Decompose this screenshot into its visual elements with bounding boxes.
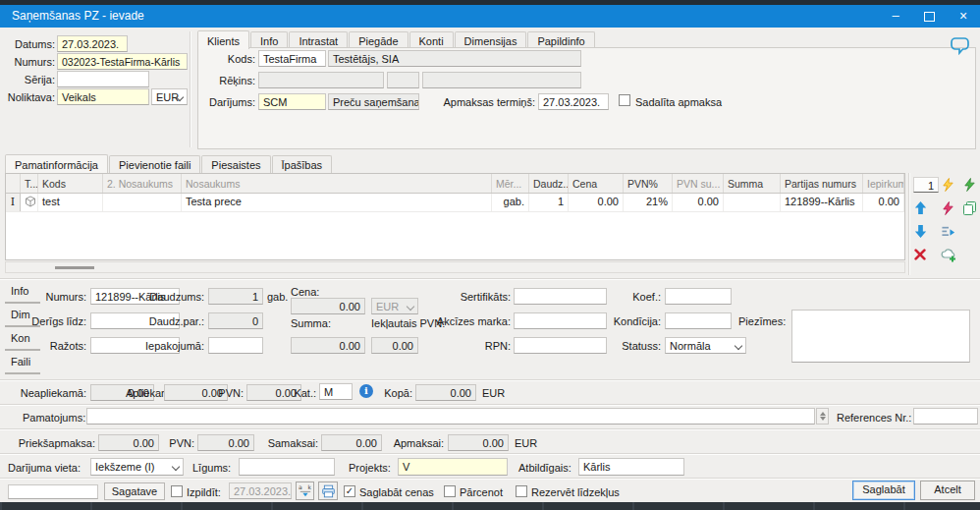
cloud-add-icon[interactable] bbox=[941, 248, 958, 265]
col-mervieniba[interactable]: Mēr... bbox=[492, 174, 529, 193]
datums-input[interactable]: 27.03.2023. bbox=[57, 35, 128, 52]
saglabat-cenas-checkbox[interactable]: ✓ bbox=[344, 485, 355, 497]
spinner-down-icon[interactable] bbox=[820, 417, 826, 421]
saglabat-button[interactable]: Saglabāt bbox=[852, 481, 915, 500]
cell-pvn-procenti[interactable]: 21% bbox=[624, 194, 673, 211]
side-tab-faili[interactable]: Faili bbox=[5, 353, 40, 374]
izpildit-date-field: 27.03.2023. bbox=[229, 482, 292, 499]
col-kods[interactable]: Kods bbox=[38, 174, 103, 193]
tab-klients[interactable]: Klients bbox=[197, 30, 249, 49]
process-bolt-green-icon[interactable] bbox=[962, 177, 980, 195]
print-button[interactable] bbox=[318, 482, 338, 500]
table-row[interactable]: I test Testa prece gab. 1 0.00 21% 0.00 … bbox=[6, 194, 904, 212]
koef-input[interactable] bbox=[665, 288, 732, 305]
darijums-input[interactable]: SCM bbox=[258, 93, 326, 110]
pamatojums-spinner[interactable] bbox=[816, 408, 829, 425]
statuss-select[interactable]: Normāla bbox=[665, 337, 746, 354]
ligums-input[interactable] bbox=[239, 458, 335, 476]
daudz-par-label: Daudz.par.: bbox=[145, 314, 204, 329]
spinner-up-icon[interactable] bbox=[820, 412, 826, 416]
cell-kods[interactable]: test bbox=[38, 194, 103, 211]
currency-select[interactable]: EUR bbox=[151, 88, 188, 105]
rekins-field-3[interactable] bbox=[422, 72, 581, 88]
cell-pvn-summa[interactable]: 0.00 bbox=[673, 194, 724, 211]
tab-ipasibas[interactable]: Īpašības bbox=[272, 155, 333, 173]
izpildit-checkbox[interactable] bbox=[171, 485, 183, 497]
col-nosaukums[interactable]: Nosaukums bbox=[182, 174, 492, 193]
col-summa[interactable]: Summa bbox=[724, 174, 781, 193]
copy-rows-icon[interactable] bbox=[962, 200, 980, 218]
maximize-button[interactable] bbox=[913, 5, 945, 28]
cell-nosaukums[interactable]: Testa prece bbox=[182, 194, 492, 211]
minimize-button[interactable]: – bbox=[880, 5, 911, 28]
scrollbar-thumb[interactable] bbox=[55, 266, 94, 269]
darijuma-vieta-select[interactable]: Iekšzeme (I) bbox=[90, 458, 184, 476]
serija-input[interactable] bbox=[57, 71, 149, 87]
tab-piesaistes[interactable]: Piesaistes bbox=[201, 155, 270, 173]
tab-pamatinformacija[interactable]: Pamatinformācija bbox=[5, 154, 108, 173]
info-icon[interactable]: i bbox=[359, 384, 373, 398]
rezervet-label: Rezervēt līdzekļus bbox=[531, 485, 620, 500]
cell-partijas-numurs[interactable]: 121899--Kārlis bbox=[781, 194, 863, 211]
koef-label: Koef.: bbox=[622, 290, 661, 305]
darijums-name-field: Preču saņemšana bbox=[328, 93, 419, 110]
col-pvn-procenti[interactable]: PVN% bbox=[624, 174, 673, 193]
col-pvn-summa[interactable]: PVN su... bbox=[673, 174, 724, 193]
kods-input[interactable]: TestaFirma bbox=[258, 50, 326, 67]
cell-cena[interactable]: 0.00 bbox=[569, 194, 624, 211]
items-table[interactable]: T... Kods 2. Nosaukums Nosaukums Mēr... … bbox=[5, 173, 905, 260]
line-number-box[interactable]: 1 bbox=[913, 177, 939, 193]
side-tab-kon[interactable]: Kon bbox=[5, 329, 40, 351]
rpn-label: RPN: bbox=[471, 339, 511, 354]
cell-iepirkuma[interactable]: 0.00 bbox=[863, 194, 904, 211]
sadalita-apmaksa-checkbox[interactable] bbox=[619, 94, 630, 106]
kat-input[interactable]: M bbox=[319, 383, 353, 400]
move-up-icon[interactable] bbox=[913, 200, 931, 218]
iepakojuma-input[interactable] bbox=[208, 337, 263, 354]
col-iepirkuma[interactable]: Iepirkum... bbox=[863, 174, 904, 193]
rpn-input[interactable] bbox=[514, 337, 607, 354]
side-tab-info[interactable]: Info bbox=[5, 282, 40, 304]
items-table-header[interactable]: T... Kods 2. Nosaukums Nosaukums Mēr... … bbox=[6, 174, 904, 194]
toolbar-divider bbox=[908, 173, 910, 275]
fit-columns-button[interactable]: ak bbox=[296, 482, 314, 500]
references-input[interactable] bbox=[913, 408, 978, 425]
noliktava-input[interactable]: Veikals bbox=[57, 88, 149, 105]
col-cena[interactable]: Cena bbox=[569, 174, 624, 193]
apmaksas-termins-input[interactable]: 27.03.2023. bbox=[538, 93, 609, 110]
col-daudzums[interactable]: Daudz... bbox=[529, 174, 569, 193]
delete-row-icon[interactable] bbox=[913, 248, 931, 265]
rezervet-checkbox[interactable] bbox=[516, 485, 527, 497]
process-bolt-yellow-icon[interactable] bbox=[941, 177, 958, 195]
parcenot-checkbox[interactable] bbox=[444, 485, 456, 497]
pamatojums-input[interactable] bbox=[86, 408, 815, 425]
cell-nosaukums2[interactable] bbox=[103, 194, 182, 211]
rekins-field-1[interactable] bbox=[258, 72, 384, 88]
numurs-input[interactable]: 032023-TestaFirma-Kārlis bbox=[57, 53, 188, 70]
insert-list-icon[interactable] bbox=[941, 224, 958, 242]
cell-daudzums[interactable]: 1 bbox=[529, 194, 569, 211]
item-type-icon bbox=[21, 194, 38, 211]
sagatave-button[interactable]: Sagatave bbox=[104, 482, 165, 500]
col-nosaukums2[interactable]: 2. Nosaukums bbox=[103, 174, 182, 193]
projekts-input[interactable]: V bbox=[398, 458, 508, 476]
atbildigais-input[interactable]: Kārlis bbox=[578, 458, 684, 476]
tab-pievienotie-faili[interactable]: Pievienotie faili bbox=[109, 155, 200, 173]
titlebar[interactable]: Saņemšanas PZ - ievade – × bbox=[0, 5, 980, 28]
process-bolt-red-icon[interactable] bbox=[941, 200, 958, 218]
cell-summa[interactable] bbox=[724, 194, 781, 211]
rekins-field-2[interactable] bbox=[387, 72, 419, 88]
table-horizontal-scrollbar[interactable] bbox=[5, 261, 905, 273]
kondicija-input[interactable] bbox=[665, 312, 732, 329]
cell-mervieniba[interactable]: gab. bbox=[492, 194, 529, 211]
col-type[interactable]: T... bbox=[21, 174, 38, 193]
akcizes-marka-input[interactable] bbox=[514, 312, 607, 329]
move-down-icon[interactable] bbox=[913, 224, 931, 242]
col-partijas-numurs[interactable]: Partijas numurs bbox=[781, 174, 863, 193]
sertifikats-input[interactable] bbox=[514, 288, 607, 305]
atcelt-button[interactable]: Atcelt bbox=[920, 481, 975, 500]
piezimes-textarea[interactable] bbox=[791, 310, 970, 363]
close-button[interactable]: × bbox=[947, 5, 980, 28]
chat-icon[interactable] bbox=[949, 36, 970, 55]
neapliekama-label: Neapliekamā: bbox=[16, 386, 86, 401]
